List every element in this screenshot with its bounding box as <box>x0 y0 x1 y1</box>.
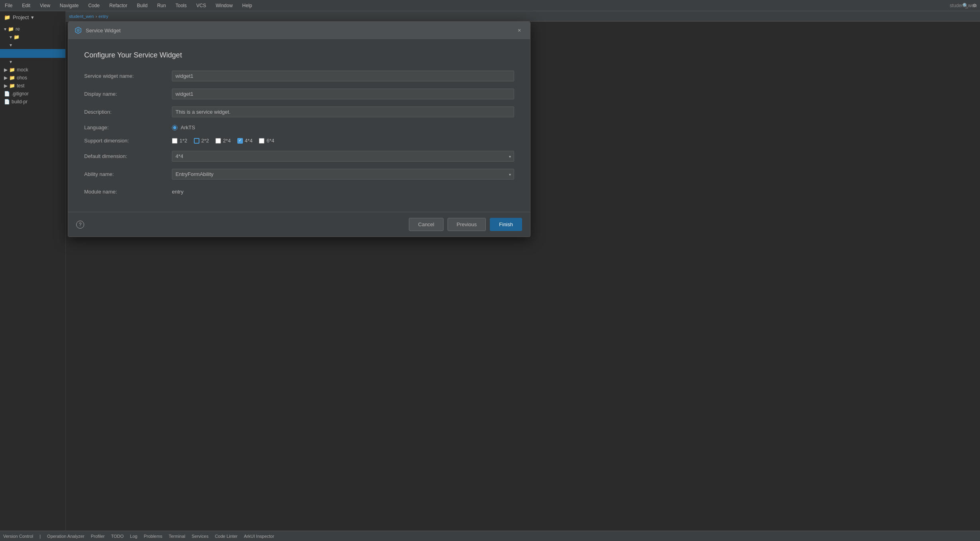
dim-6x4-checkbox[interactable] <box>259 138 264 144</box>
dim-1x2-item: 1*2 <box>172 138 187 144</box>
version-control-tab[interactable]: Version Control <box>3 534 33 539</box>
widget-name-row: Service widget name: <box>84 71 514 81</box>
tree-item-ohos[interactable]: ▶ 📁 ohos <box>0 74 65 82</box>
display-name-row: Display name: <box>84 89 514 99</box>
arkts-radio[interactable] <box>172 125 177 130</box>
folder-icon: 📁 <box>14 34 20 40</box>
separator: | <box>39 534 41 539</box>
dim-6x4-item: 6*4 <box>259 138 274 144</box>
tree-item-sub3[interactable]: ▾ <box>0 58 65 66</box>
description-label: Description: <box>84 109 172 115</box>
services-tab[interactable]: Services <box>191 534 208 539</box>
display-name-input[interactable] <box>172 89 514 99</box>
dim-4x4-item: 4*4 <box>237 138 253 144</box>
breadcrumb-entry[interactable]: entry <box>99 14 108 19</box>
language-radio-group: ArkTS <box>172 124 514 130</box>
tree-item-selected[interactable] <box>0 49 65 58</box>
display-name-label: Display name: <box>84 91 172 97</box>
finish-button[interactable]: Finish <box>490 218 522 231</box>
menu-window[interactable]: Window <box>214 2 235 9</box>
tree-item-build[interactable]: 📄 build-pr <box>0 98 65 106</box>
tree-label: build-pr <box>12 99 28 105</box>
dialog-titlebar: Service Widget × <box>68 22 530 39</box>
todo-tab[interactable]: TODO <box>111 534 124 539</box>
tree-label: .gitignor <box>12 91 29 97</box>
dim-2x2-item: 2*2 <box>194 138 209 144</box>
tree-item-mock[interactable]: ▶ 📁 mock <box>0 66 65 74</box>
menu-navigate[interactable]: Navigate <box>58 2 80 9</box>
dim-2x2-label: 2*2 <box>201 138 209 144</box>
tree-label: ohos <box>17 75 27 81</box>
dim-2x4-label: 2*4 <box>223 138 231 144</box>
sidebar-title: Project <box>13 14 29 20</box>
footer-buttons: Cancel Previous Finish <box>409 218 522 231</box>
tree-item-res[interactable]: ▾ 📁 re <box>0 25 65 33</box>
close-button[interactable]: × <box>515 26 524 35</box>
arkts-label: ArkTS <box>181 124 195 130</box>
code-linter-tab[interactable]: Code Linter <box>215 534 238 539</box>
default-dim-select-wrapper: 1*2 2*2 2*4 4*4 6*4 ▾ <box>172 151 514 162</box>
dim-2x4-checkbox[interactable] <box>215 138 221 144</box>
cancel-button[interactable]: Cancel <box>409 218 443 231</box>
settings-icon[interactable]: ⚙ <box>972 3 977 8</box>
search-icon[interactable]: 🔍 <box>962 3 968 8</box>
menu-file[interactable]: File <box>3 2 14 9</box>
widget-name-input[interactable] <box>172 71 514 81</box>
menu-tools[interactable]: Tools <box>174 2 188 9</box>
ability-name-select[interactable]: EntryFormAbility <box>172 169 514 180</box>
service-widget-dialog: Service Widget × Configure Your Service … <box>68 22 530 237</box>
description-row: Description: <box>84 107 514 117</box>
toolbar-icons: 🔍 ⚙ <box>959 0 980 11</box>
previous-button[interactable]: Previous <box>448 218 486 231</box>
menu-view[interactable]: View <box>38 2 52 9</box>
menubar: File Edit View Navigate Code Refactor Bu… <box>0 0 980 11</box>
dim-2x2-checkbox[interactable] <box>194 138 199 144</box>
profiler-tab[interactable]: Profiler <box>91 534 105 539</box>
menu-code[interactable]: Code <box>87 2 101 9</box>
default-dim-label: Default dimension: <box>84 153 172 159</box>
log-tab[interactable]: Log <box>130 534 137 539</box>
operation-analyzer-tab[interactable]: Operation Analyzer <box>47 534 85 539</box>
module-name-value: entry <box>172 187 514 197</box>
support-dim-label: Support dimension: <box>84 138 172 144</box>
breadcrumb-project[interactable]: student_wen <box>69 14 94 19</box>
file-icon: 📄 <box>4 91 10 97</box>
dim-1x2-checkbox[interactable] <box>172 138 177 144</box>
module-name-row: Module name: entry <box>84 187 514 197</box>
tree-item-gitignore[interactable]: 📄 .gitignor <box>0 90 65 98</box>
tree-item-test[interactable]: ▶ 📁 test <box>0 82 65 90</box>
module-name-label: Module name: <box>84 189 172 195</box>
default-dim-select[interactable]: 1*2 2*2 2*4 4*4 6*4 <box>172 151 514 162</box>
tree-item-res-sub1[interactable]: ▾ 📁 <box>0 33 65 41</box>
svg-marker-1 <box>77 28 80 32</box>
menu-vcs[interactable]: VCS <box>195 2 208 9</box>
sidebar: 📁 Project ▾ ▾ 📁 re ▾ 📁 ▾ ▾ ▶ 📁 mock ▶ 📁 … <box>0 11 66 541</box>
menu-build[interactable]: Build <box>135 2 149 9</box>
ability-name-row: Ability name: EntryFormAbility ▾ <box>84 169 514 180</box>
chevron-down-icon: ▾ <box>4 26 6 32</box>
menu-refactor[interactable]: Refactor <box>108 2 129 9</box>
sidebar-dropdown-icon[interactable]: ▾ <box>31 14 34 20</box>
dialog-footer: ? Cancel Previous Finish <box>68 212 530 237</box>
folder-icon: 📁 <box>9 67 15 73</box>
menu-edit[interactable]: Edit <box>20 2 32 9</box>
support-dimension-row: Support dimension: 1*2 2*2 2*4 <box>84 138 514 144</box>
help-button[interactable]: ? <box>76 221 84 229</box>
menu-run[interactable]: Run <box>156 2 168 9</box>
dim-4x4-checkbox[interactable] <box>237 138 243 144</box>
tree-label: mock <box>17 67 28 73</box>
menu-help[interactable]: Help <box>241 2 254 9</box>
arkui-inspector-tab[interactable]: ArkUI Inspector <box>244 534 274 539</box>
ability-name-select-wrapper: EntryFormAbility ▾ <box>172 169 514 180</box>
chevron-right-icon: ▶ <box>4 83 8 89</box>
terminal-tab[interactable]: Terminal <box>169 534 185 539</box>
dim-4x4-label: 4*4 <box>245 138 253 144</box>
dialog-title: Service Widget <box>86 28 511 34</box>
description-input[interactable] <box>172 107 514 117</box>
tree-item-res-sub2[interactable]: ▾ <box>0 41 65 49</box>
widget-name-label: Service widget name: <box>84 73 172 79</box>
bottombar: Version Control | Operation Analyzer Pro… <box>0 531 980 541</box>
dialog-logo-icon <box>75 27 82 34</box>
problems-tab[interactable]: Problems <box>144 534 162 539</box>
chevron-icon: ▾ <box>10 42 12 48</box>
